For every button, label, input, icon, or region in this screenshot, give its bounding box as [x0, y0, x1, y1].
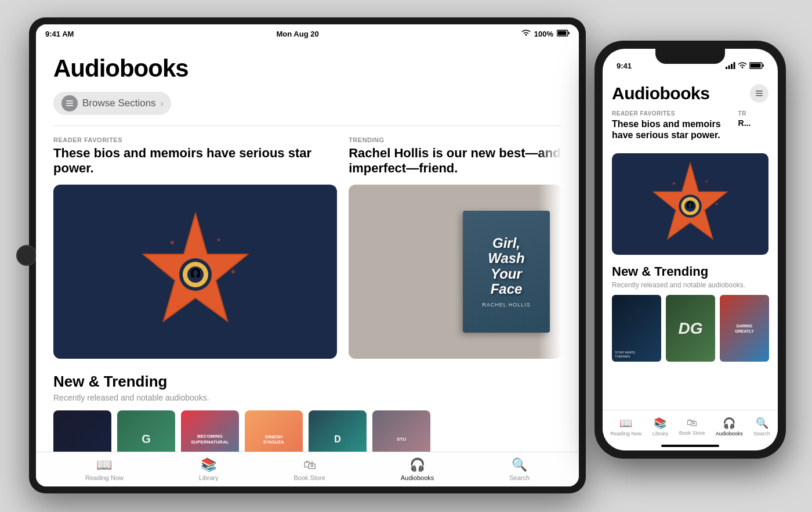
- iphone-tab-audiobooks[interactable]: 🎧 Audiobooks: [716, 417, 743, 437]
- iphone-home-indicator: [661, 445, 719, 447]
- book-thumb-1[interactable]: STAR WARSTHRAWN: [53, 410, 111, 452]
- tab-reading-now[interactable]: 📖 Reading Now: [85, 457, 124, 481]
- tab-search-label: Search: [509, 474, 530, 481]
- iphone-sections-row: READER FAVORITES These bios and memoirs …: [612, 110, 768, 146]
- svg-rect-23: [756, 91, 763, 92]
- ipad-battery: 100%: [534, 30, 553, 38]
- iphone-new-trending-sub: Recently released and notable audiobooks…: [612, 281, 768, 289]
- ipad-sections-row: READER FAVORITES These bios and memoirs …: [53, 136, 561, 359]
- star-image-svg: [132, 208, 259, 336]
- svg-rect-25: [756, 95, 763, 96]
- tab-audiobooks-label: Audiobooks: [401, 474, 434, 481]
- iphone-trending-section: TR R...: [738, 110, 768, 146]
- book-cover: Girl,WashYourFace RACHEL HOLLIS: [463, 211, 550, 333]
- ipad-home-button[interactable]: [16, 245, 37, 266]
- iphone-star-image[interactable]: [612, 153, 768, 255]
- tab-library[interactable]: 📚 Library: [199, 457, 219, 481]
- section2-image[interactable]: Girl,WashYourFace RACHEL HOLLIS: [349, 185, 561, 359]
- section1-image[interactable]: [53, 185, 337, 359]
- svg-point-30: [716, 203, 718, 205]
- iphone-main-content: Audiobooks READER FAVORITES These bios a…: [603, 77, 778, 410]
- svg-point-32: [704, 230, 705, 232]
- svg-point-9: [157, 265, 159, 267]
- ipad-screen: 9:41 AM Mon Aug 20 100%: [36, 24, 579, 486]
- iphone-tab-reading-now-label: Reading Now: [610, 431, 641, 437]
- iphone-book-1[interactable]: STAR WARSTHRAWN: [612, 295, 661, 362]
- svg-point-28: [705, 181, 708, 183]
- iphone-book-3[interactable]: DARINGGREATLY: [720, 295, 769, 362]
- iphone-tab-reading-now[interactable]: 📖 Reading Now: [610, 417, 641, 437]
- iphone-status-icons: [726, 62, 764, 69]
- browse-sections-label: Browse Sections: [82, 98, 156, 109]
- bookstore-icon: 🛍: [303, 457, 316, 473]
- tab-search[interactable]: 🔍 Search: [509, 457, 530, 481]
- ipad-tab-bar: 📖 Reading Now 📚 Library 🛍 Book Store 🎧 A…: [36, 452, 579, 486]
- battery-icon: [557, 30, 570, 38]
- book-thumb-6[interactable]: STU: [372, 410, 430, 452]
- iphone-book2-label: DG: [679, 319, 703, 338]
- iphone-tab-search[interactable]: 🔍 Search: [753, 417, 770, 437]
- iphone-section2-short: R...: [738, 118, 768, 128]
- iphone-menu-button[interactable]: [750, 84, 768, 103]
- iphone-bookstore-icon: 🛍: [687, 417, 697, 429]
- tab-book-store[interactable]: 🛍 Book Store: [293, 457, 325, 481]
- browse-sections-button[interactable]: Browse Sections ›: [53, 92, 171, 115]
- svg-point-12: [215, 308, 217, 311]
- svg-rect-17: [728, 66, 730, 70]
- iphone-audiobooks-icon: 🎧: [723, 417, 735, 430]
- tab-library-label: Library: [199, 474, 219, 481]
- svg-rect-24: [756, 93, 763, 94]
- tab-book-store-label: Book Store: [293, 474, 325, 481]
- trending-section: TRENDING Rachel Hollis is our new best—a…: [349, 136, 561, 359]
- ipad-status-bar: 9:41 AM Mon Aug 20 100%: [36, 24, 579, 43]
- svg-point-29: [663, 199, 665, 201]
- section1-title: These bios and memoirs have serious star…: [53, 146, 337, 176]
- svg-rect-1: [558, 31, 567, 35]
- iphone-new-trending: New & Trending Recently released and not…: [612, 264, 768, 362]
- svg-rect-18: [731, 64, 733, 69]
- book-thumb-4[interactable]: DINESHD'SOUZA: [245, 410, 303, 452]
- svg-point-10: [231, 270, 235, 273]
- svg-point-7: [171, 241, 174, 244]
- iphone-tab-library-label: Library: [652, 431, 669, 437]
- audiobooks-icon: 🎧: [409, 457, 425, 473]
- ipad-status-right: 100%: [521, 30, 570, 38]
- book-thumb-3[interactable]: BECOMINGSUPERNATURAL: [181, 410, 239, 452]
- iphone-tab-book-store[interactable]: 🛍 Book Store: [679, 417, 705, 436]
- scene: 9:41 AM Mon Aug 20 100%: [0, 0, 812, 512]
- iphone-header: Audiobooks: [612, 84, 768, 103]
- iphone-device: 9:41: [594, 41, 786, 459]
- iphone-tab-bar: 📖 Reading Now 📚 Library 🛍 Book Store 🎧 A…: [603, 410, 778, 450]
- iphone-section1-label: READER FAVORITES: [612, 110, 734, 117]
- iphone-reader-favorites: READER FAVORITES These bios and memoirs …: [612, 110, 734, 146]
- svg-rect-16: [726, 67, 727, 69]
- book-thumb-2[interactable]: G: [117, 410, 175, 452]
- svg-point-8: [217, 238, 220, 241]
- new-trending-subtitle: Recently released and notable audiobooks…: [53, 393, 561, 402]
- iphone-tab-audiobooks-label: Audiobooks: [716, 431, 743, 437]
- browse-sections-icon: [61, 95, 78, 111]
- new-trending-section: New & Trending Recently released and not…: [53, 373, 561, 452]
- tab-audiobooks[interactable]: 🎧 Audiobooks: [401, 457, 434, 481]
- iphone-signal-icon: [726, 62, 735, 69]
- iphone-tab-search-label: Search: [753, 431, 770, 437]
- iphone-battery-icon: [749, 62, 764, 69]
- iphone-library-icon: 📚: [654, 417, 666, 430]
- svg-rect-4: [66, 103, 73, 104]
- iphone-tab-book-store-label: Book Store: [679, 430, 705, 436]
- svg-point-27: [673, 183, 675, 185]
- iphone-time: 9:41: [617, 62, 632, 70]
- chevron-right-icon: ›: [161, 99, 164, 108]
- book6-label: STU: [394, 434, 408, 444]
- book2-label: G: [142, 432, 151, 446]
- book-thumb-5[interactable]: D: [309, 410, 367, 452]
- reader-favorites-section: READER FAVORITES These bios and memoirs …: [53, 136, 337, 359]
- iphone-tab-library[interactable]: 📚 Library: [652, 417, 669, 437]
- star-bg: [53, 185, 337, 359]
- svg-rect-2: [568, 32, 570, 34]
- svg-point-31: [677, 228, 679, 230]
- iphone-book-2[interactable]: DG: [666, 295, 715, 362]
- page-title: Audiobooks: [53, 55, 561, 82]
- iphone-new-trending-title: New & Trending: [612, 264, 768, 279]
- iphone-books-row: STAR WARSTHRAWN DG DARINGGREATLY: [612, 295, 768, 362]
